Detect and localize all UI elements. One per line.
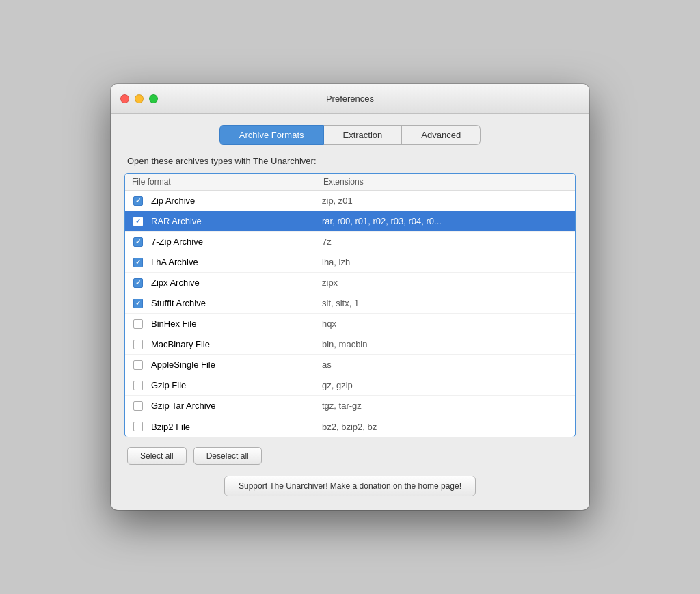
row-format-name: MacBinary File [151, 339, 322, 349]
row-checkbox[interactable]: ✓ [132, 277, 144, 289]
row-checkbox[interactable]: ✓ [132, 215, 144, 228]
checkbox-box: ✓ [133, 258, 143, 267]
table-header: File format Extensions [125, 174, 575, 191]
checkbox-box: ✓ [133, 278, 143, 288]
checkbox-box [133, 340, 143, 349]
tab-extraction[interactable]: Extraction [324, 125, 403, 145]
row-format-name: 7-Zip Archive [151, 237, 322, 247]
select-all-button[interactable]: Select all [127, 447, 187, 465]
row-extensions: zipx [322, 278, 568, 288]
window-title: Preferences [326, 94, 374, 104]
checkbox-box [133, 319, 143, 329]
row-checkbox[interactable] [132, 420, 144, 433]
titlebar: Preferences [111, 84, 589, 114]
donation-button[interactable]: Support The Unarchiver! Make a donation … [224, 476, 476, 496]
checkbox-box [133, 401, 143, 411]
formats-table: File format Extensions ✓Zip Archivezip, … [124, 173, 576, 437]
checkmark-icon: ✓ [135, 218, 141, 225]
row-extensions: rar, r00, r01, r02, r03, r04, r0... [322, 216, 568, 226]
row-checkbox[interactable]: ✓ [132, 195, 144, 207]
checkbox-box [133, 360, 143, 370]
action-buttons: Select all Deselect all [124, 447, 576, 465]
checkmark-icon: ✓ [135, 259, 141, 266]
row-extensions: as [322, 360, 568, 370]
row-format-name: StuffIt Archive [151, 298, 322, 308]
row-format-name: Zipx Archive [151, 278, 322, 288]
checkbox-box [133, 422, 143, 431]
table-row[interactable]: MacBinary Filebin, macbin [125, 334, 575, 355]
row-format-name: Gzip Tar Archive [151, 401, 322, 411]
tab-archive-formats[interactable]: Archive Formats [219, 125, 324, 145]
row-extensions: hqx [322, 319, 568, 329]
row-checkbox[interactable] [132, 379, 144, 392]
table-body: ✓Zip Archivezip, z01✓RAR Archiverar, r00… [125, 191, 575, 437]
row-checkbox[interactable]: ✓ [132, 236, 144, 248]
checkbox-box [133, 381, 143, 390]
row-checkbox[interactable]: ✓ [132, 256, 144, 269]
table-row[interactable]: ✓Zip Archivezip, z01 [125, 191, 575, 211]
table-row[interactable]: ✓7-Zip Archive7z [125, 232, 575, 252]
table-row[interactable]: ✓RAR Archiverar, r00, r01, r02, r03, r04… [125, 211, 575, 232]
table-row[interactable]: AppleSingle Fileas [125, 355, 575, 375]
row-format-name: Gzip File [151, 380, 322, 390]
table-row[interactable]: Bzip2 Filebz2, bzip2, bz [125, 416, 575, 437]
column-header-format: File format [132, 177, 323, 187]
tab-advanced[interactable]: Advanced [402, 125, 481, 145]
row-checkbox[interactable] [132, 338, 144, 351]
row-format-name: Bzip2 File [151, 422, 322, 432]
column-header-extensions: Extensions [323, 177, 568, 187]
row-format-name: AppleSingle File [151, 360, 322, 370]
row-extensions: bz2, bzip2, bz [322, 422, 568, 432]
checkmark-icon: ✓ [135, 239, 141, 245]
table-row[interactable]: BinHex Filehqx [125, 314, 575, 334]
checkmark-icon: ✓ [135, 280, 141, 286]
main-content: Archive Formats Extraction Advanced Open… [111, 114, 589, 510]
table-row[interactable]: ✓Zipx Archivezipx [125, 273, 575, 293]
row-extensions: lha, lzh [322, 257, 568, 267]
table-row[interactable]: ✓StuffIt Archivesit, sitx, 1 [125, 293, 575, 314]
minimize-button[interactable] [135, 94, 144, 103]
checkmark-icon: ✓ [135, 198, 141, 204]
tab-bar: Archive Formats Extraction Advanced [124, 125, 576, 145]
row-format-name: LhA Archive [151, 257, 322, 267]
checkbox-box: ✓ [133, 237, 143, 247]
table-row[interactable]: Gzip Tar Archivetgz, tar-gz [125, 396, 575, 416]
checkbox-box: ✓ [133, 217, 143, 226]
checkbox-box: ✓ [133, 299, 143, 308]
row-format-name: BinHex File [151, 319, 322, 329]
row-extensions: bin, macbin [322, 339, 568, 349]
table-row[interactable]: ✓LhA Archivelha, lzh [125, 252, 575, 273]
row-extensions: gz, gzip [322, 380, 568, 390]
deselect-all-button[interactable]: Deselect all [193, 447, 262, 465]
row-extensions: sit, sitx, 1 [322, 298, 568, 308]
section-description: Open these archives types with The Unarc… [124, 156, 576, 166]
row-checkbox[interactable] [132, 318, 144, 330]
checkbox-box: ✓ [133, 196, 143, 206]
row-format-name: RAR Archive [151, 216, 322, 226]
row-checkbox[interactable] [132, 359, 144, 371]
row-format-name: Zip Archive [151, 195, 322, 206]
traffic-lights [120, 94, 158, 103]
close-button[interactable] [120, 94, 129, 103]
row-checkbox[interactable] [132, 400, 144, 412]
checkmark-icon: ✓ [135, 300, 141, 307]
donation-section: Support The Unarchiver! Make a donation … [124, 476, 576, 496]
maximize-button[interactable] [149, 94, 158, 103]
table-row[interactable]: Gzip Filegz, gzip [125, 375, 575, 396]
row-checkbox[interactable]: ✓ [132, 297, 144, 310]
row-extensions: tgz, tar-gz [322, 401, 568, 411]
row-extensions: zip, z01 [322, 195, 568, 206]
row-extensions: 7z [322, 237, 568, 247]
preferences-window: Preferences Archive Formats Extraction A… [111, 84, 589, 510]
